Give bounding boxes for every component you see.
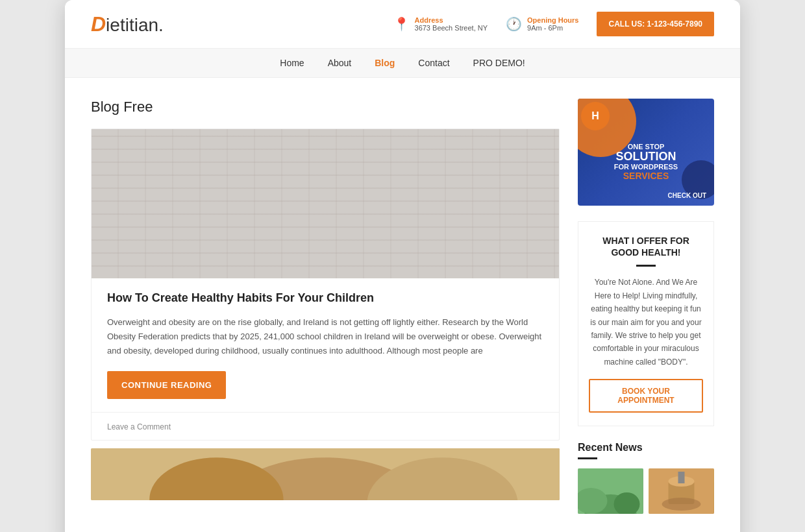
recent-news-divider <box>578 457 597 459</box>
ad-line2: SOLUTION <box>614 151 678 163</box>
offer-body: You're Not Alone. And We Are Here to Hel… <box>589 276 703 369</box>
recent-news-widget: Recent News <box>578 442 714 514</box>
logo-text: ietitian. <box>106 15 164 35</box>
nav-contact[interactable]: Contact <box>418 58 449 68</box>
post-excerpt: Overweight and obesity are on the rise g… <box>107 315 543 358</box>
blog-section-title: Blog Free <box>91 99 560 115</box>
second-post-image <box>91 448 560 500</box>
hours-value: 9Am - 6Pm <box>527 24 578 32</box>
news-thumb-1[interactable] <box>578 468 643 514</box>
nav-pro-demo[interactable]: PRO DEMO! <box>473 58 525 68</box>
header-info: 📍 Address 3673 Beech Street, NY 🕐 Openin… <box>393 12 714 36</box>
ad-widget: H ONE STOP SOLUTION FOR WORDPRESS SERVIC… <box>578 99 714 206</box>
offer-widget: WHAT I OFFER FOR GOOD HEALTH! You're Not… <box>578 221 714 426</box>
ad-checkout-link[interactable]: CHECK OUT <box>668 192 706 199</box>
offer-divider <box>636 265 656 267</box>
sidebar: H ONE STOP SOLUTION FOR WORDPRESS SERVIC… <box>578 99 714 529</box>
browser-window: Dietitian. 📍 Address 3673 Beech Street, … <box>65 0 740 532</box>
post-title: How To Create Healthy Habits For Your Ch… <box>107 291 543 305</box>
recent-news-title: Recent News <box>578 442 714 453</box>
nav-about[interactable]: About <box>328 58 352 68</box>
ad-banner[interactable]: H ONE STOP SOLUTION FOR WORDPRESS SERVIC… <box>578 99 714 206</box>
ad-line3: FOR WORDPRESS <box>614 163 678 171</box>
post-body: How To Create Healthy Habits For Your Ch… <box>92 278 559 412</box>
post-footer: Leave a Comment <box>92 412 559 440</box>
ad-line4: SERVICES <box>614 171 678 181</box>
logo-d: D <box>91 12 106 36</box>
svg-point-47 <box>662 498 701 511</box>
post-card: How To Create Healthy Habits For Your Ch… <box>91 128 560 441</box>
clock-icon: 🕐 <box>506 16 522 32</box>
main-content: Blog Free <box>65 78 740 532</box>
svg-rect-46 <box>678 472 685 483</box>
location-icon: 📍 <box>393 16 410 32</box>
second-post-partial <box>91 448 560 500</box>
hours-label: Opening Hours <box>527 16 578 24</box>
nav-blog[interactable]: Blog <box>375 58 395 68</box>
blog-section: Blog Free <box>91 99 560 529</box>
site-header: Dietitian. 📍 Address 3673 Beech Street, … <box>65 0 740 49</box>
main-nav: Home About Blog Contact PRO DEMO! <box>65 49 740 78</box>
news-thumb-2[interactable] <box>649 468 714 514</box>
ad-line1: ONE STOP <box>614 143 678 151</box>
offer-title: WHAT I OFFER FOR GOOD HEALTH! <box>589 235 703 258</box>
address-info: 📍 Address 3673 Beech Street, NY <box>393 16 488 32</box>
recent-news-grid <box>578 468 714 514</box>
address-label: Address <box>415 16 488 24</box>
call-button[interactable]: CALL US: 1-123-456-7890 <box>597 12 714 36</box>
address-value: 3673 Beech Street, NY <box>415 24 488 32</box>
leave-comment-link[interactable]: Leave a Comment <box>107 422 171 431</box>
nav-home[interactable]: Home <box>280 58 304 68</box>
hours-info: 🕐 Opening Hours 9Am - 6Pm <box>506 16 578 32</box>
book-appointment-button[interactable]: BOOK YOUR APPOINTMENT <box>589 379 703 413</box>
post-image <box>92 129 559 278</box>
ad-text-block: ONE STOP SOLUTION FOR WORDPRESS SERVICES <box>614 143 678 182</box>
continue-reading-button[interactable]: CONTINUE READING <box>107 371 226 399</box>
logo[interactable]: Dietitian. <box>91 12 164 36</box>
ad-brand-icon: H <box>581 102 610 130</box>
